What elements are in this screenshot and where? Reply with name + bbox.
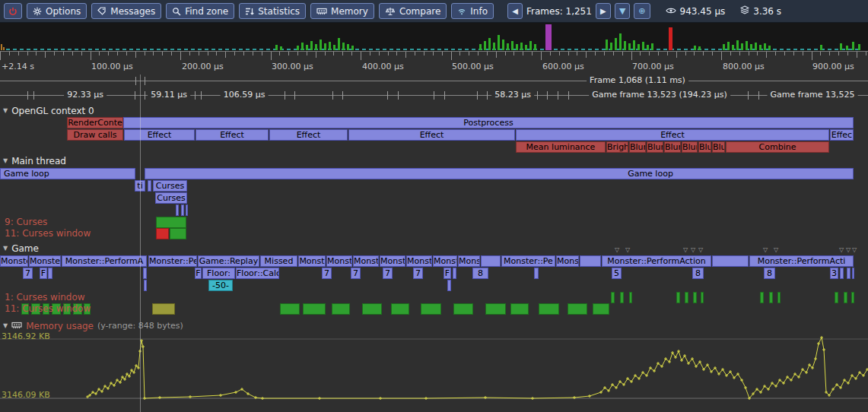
zone[interactable]	[629, 292, 632, 303]
zone[interactable]: Blur	[629, 141, 646, 153]
zone[interactable]	[611, 292, 615, 303]
zone[interactable]	[170, 228, 186, 239]
zone[interactable]	[148, 180, 151, 192]
zone[interactable]: Monste	[0, 255, 28, 267]
zone[interactable]: Monste	[29, 255, 61, 267]
zone[interactable]	[156, 217, 186, 228]
zone[interactable]: 7	[351, 268, 361, 279]
zone[interactable]: 5	[612, 268, 622, 279]
zone[interactable]: 7	[413, 268, 423, 279]
zone[interactable]	[156, 228, 169, 239]
zone[interactable]: F	[444, 268, 451, 279]
options-button[interactable]: Options	[27, 3, 87, 19]
collapse-icon[interactable]: ▼	[3, 243, 8, 254]
zone[interactable]: 7	[23, 268, 33, 279]
zone[interactable]: 3	[830, 268, 838, 279]
zone[interactable]: 7	[322, 268, 332, 279]
track-label[interactable]: 11: Curses window	[5, 303, 91, 315]
zone[interactable]: Effect	[269, 129, 348, 141]
zone[interactable]: Blur	[647, 141, 663, 153]
zone[interactable]: Monst	[380, 255, 405, 267]
zone[interactable]: -50-	[208, 280, 233, 291]
goto-frame-button[interactable]: ⊕	[634, 3, 650, 19]
ghost-zone-marker[interactable]: ▽	[852, 247, 857, 253]
zone[interactable]	[712, 255, 749, 267]
zone[interactable]	[447, 280, 451, 291]
zone[interactable]: Monste	[433, 255, 457, 267]
zone[interactable]	[453, 303, 473, 315]
zone[interactable]: Combine	[726, 141, 829, 153]
messages-button[interactable]: Messages	[91, 3, 161, 19]
ghost-zone-marker[interactable]: ▽	[774, 247, 778, 253]
zone[interactable]	[186, 204, 188, 216]
zone[interactable]	[769, 292, 773, 303]
power-button[interactable]	[4, 3, 22, 19]
zone[interactable]: Curses	[153, 180, 187, 192]
zone[interactable]: 7	[383, 268, 393, 279]
zone[interactable]: 8	[692, 268, 704, 279]
ghost-zone-marker[interactable]: ▽	[763, 247, 768, 253]
zone[interactable]: Mons	[458, 255, 480, 267]
zone[interactable]: F	[195, 268, 202, 279]
memory-plot[interactable]	[0, 330, 868, 412]
zone[interactable]: Game loop	[0, 168, 135, 179]
collapse-icon[interactable]: ▼	[3, 106, 8, 116]
zone[interactable]	[851, 292, 854, 303]
zone[interactable]: Monst	[353, 255, 379, 267]
ghost-zone-marker[interactable]: ▽	[691, 247, 695, 253]
zone[interactable]	[303, 303, 326, 315]
zone[interactable]	[852, 268, 854, 279]
ghost-zone-marker[interactable]: ▽	[698, 247, 703, 253]
zone[interactable]	[152, 303, 175, 315]
zone[interactable]: Monster::Pe	[501, 255, 555, 267]
zone[interactable]: Mean luminance	[516, 141, 606, 153]
zone[interactable]: Postprocess	[123, 117, 854, 128]
zone[interactable]	[453, 268, 456, 279]
compare-button[interactable]: Compare	[379, 3, 447, 19]
zone[interactable]: Monster::PerformA	[62, 255, 147, 267]
zone[interactable]	[485, 303, 506, 315]
zone[interactable]	[391, 303, 409, 315]
zone[interactable]	[620, 292, 624, 303]
prev-frame-button[interactable]: ◀	[507, 3, 523, 19]
zone[interactable]: Game::Replay	[198, 255, 259, 267]
zone[interactable]: Monst	[298, 255, 326, 267]
zone[interactable]	[280, 303, 300, 315]
zone[interactable]: Effect	[124, 129, 195, 141]
zone[interactable]	[676, 292, 680, 303]
zone[interactable]: Brigh	[606, 141, 628, 153]
zone[interactable]	[847, 268, 851, 279]
zone[interactable]	[143, 268, 147, 279]
zone[interactable]: F	[40, 268, 47, 279]
zone[interactable]	[48, 268, 52, 279]
zone[interactable]	[835, 292, 838, 303]
zone[interactable]	[332, 303, 350, 315]
section-header[interactable]: ▼Game	[3, 243, 39, 254]
zone[interactable]	[840, 268, 844, 279]
zone[interactable]	[580, 255, 601, 267]
zone[interactable]: Mons	[556, 255, 579, 267]
zone[interactable]	[421, 303, 441, 315]
zone[interactable]	[145, 168, 854, 179]
zone[interactable]: Monster::Pe	[148, 255, 197, 267]
ghost-zone-marker[interactable]: ▽	[625, 247, 630, 253]
section-header[interactable]: ▼OpenGL context 0	[3, 106, 94, 116]
zone[interactable]	[760, 292, 764, 303]
zone[interactable]	[534, 268, 539, 279]
zone[interactable]: Monst	[406, 255, 432, 267]
zone[interactable]	[568, 303, 587, 315]
zone[interactable]: Floor::Calc	[236, 268, 279, 279]
zone[interactable]: Effect	[516, 129, 829, 141]
zone[interactable]: Effect	[348, 129, 515, 141]
zoom-down-button[interactable]: ▼	[615, 3, 630, 19]
zone[interactable]: Monst	[326, 255, 352, 267]
zone[interactable]	[593, 303, 609, 315]
track-label[interactable]: 9: Curses	[5, 217, 47, 228]
zone[interactable]: Blur	[712, 141, 725, 153]
statistics-button[interactable]: Statistics	[239, 3, 306, 19]
zone[interactable]: RenderConte	[67, 117, 123, 128]
collapse-icon[interactable]: ▼	[3, 322, 8, 329]
zone[interactable]	[693, 292, 697, 303]
zone[interactable]: Effect	[196, 129, 269, 141]
memory-button[interactable]: Memory	[310, 3, 374, 19]
